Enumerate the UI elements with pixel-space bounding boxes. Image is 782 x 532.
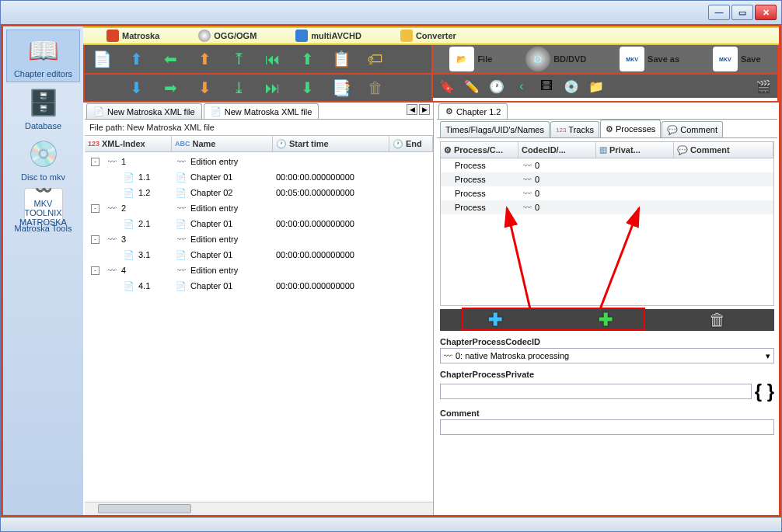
tree-row[interactable]: -〰4〰Edition entry (85, 263, 433, 278)
insert-right-icon[interactable]: ➡ (158, 75, 183, 100)
disc-small-icon[interactable]: 💿 (562, 77, 581, 96)
add-process-green-button[interactable]: ✚ (599, 310, 613, 330)
work-area: 📄New Matroska XML file 📄New Matroska XML… (83, 103, 779, 515)
clock-icon[interactable]: 🕐 (487, 77, 506, 96)
tab-file-2[interactable]: 📄New Matroska XML file (204, 103, 319, 119)
format-menubar: Matroska OGG/OGM multiAVCHD Converter (83, 26, 779, 45)
private-input[interactable] (440, 384, 752, 399)
tree-row[interactable]: -〰2〰Edition entry (85, 200, 433, 216)
trash-icon[interactable]: 🗑 (363, 75, 388, 100)
down-green-icon[interactable]: ⬇ (295, 75, 319, 100)
toolbar-bottom: ⬇ ➡ ⬇ ⤓ ⏭ ⬇ 📑 🗑 (85, 73, 431, 101)
col-start[interactable]: 🕐Start time (273, 136, 389, 151)
tab-prev-button[interactable]: ◀ (407, 104, 417, 115)
clipboard-icon[interactable]: 📋 (329, 47, 354, 71)
process-row[interactable]: Process〰0 (441, 172, 773, 186)
bddvd-button[interactable]: 💿BD/DVD (525, 47, 586, 71)
tag-icon[interactable]: 🏷 (363, 47, 388, 71)
film-icon[interactable]: 🎞 (537, 77, 556, 96)
process-grid-body[interactable]: Process〰0Process〰0Process〰0Process〰0 (440, 158, 774, 306)
num-icon: 123 (88, 140, 99, 148)
col-xml-index[interactable]: 123XML-Index (85, 136, 172, 151)
expander-icon[interactable]: - (91, 204, 99, 213)
tab-next-button[interactable]: ▶ (419, 104, 430, 115)
copy-icon[interactable]: 📑 (329, 75, 354, 100)
maximize-button[interactable]: ▭ (731, 5, 753, 20)
sidebar-item-database[interactable]: 🗄️ Database (6, 82, 80, 134)
content-frame: 📖 Chapter editors 🗄️ Database 💿 Disc to … (1, 24, 781, 517)
tree-row[interactable]: 📄2.1📄Chapter 0100:00:00.000000000 (85, 216, 433, 231)
tree-row[interactable]: -〰3〰Edition entry (85, 231, 433, 247)
subtab-processes[interactable]: ⚙Processes (600, 120, 661, 137)
subtab-comment[interactable]: 💬Comment (662, 121, 723, 137)
sidebar-item-disc-to-mkv[interactable]: 💿 Disc to mkv (6, 134, 80, 185)
expander-icon[interactable]: - (91, 266, 99, 275)
tree-row[interactable]: 📄1.2📄Chapter 0200:05:00.000000000 (85, 185, 433, 200)
disc-icon: 💿 (24, 137, 63, 171)
ogg-icon (198, 30, 211, 42)
tab-chapter[interactable]: ⚙Chapter 1.2 (438, 103, 508, 119)
move-up-icon[interactable]: ⬆ (192, 47, 217, 71)
tree-row[interactable]: 📄3.1📄Chapter 0100:00:00.000000000 (85, 247, 433, 263)
col-private[interactable]: 🔢Privat... (596, 142, 674, 158)
expander-icon[interactable]: - (91, 235, 99, 244)
tree-row[interactable]: -〰1〰Edition entry (85, 154, 433, 169)
horizontal-scrollbar[interactable] (85, 502, 433, 515)
tab-file-1[interactable]: 📄New Matroska XML file (86, 103, 202, 119)
sidebar-item-matroska-tools[interactable]: 〰️ MKV TOOLNIX MATROSKA Matroska Tools (6, 185, 80, 236)
last-icon[interactable]: ⏭ (260, 75, 285, 100)
settings-folder-icon[interactable]: 📁 (587, 77, 606, 96)
col-name[interactable]: ABCName (172, 136, 273, 151)
menu-converter[interactable]: Converter (400, 30, 456, 42)
save-button[interactable]: MKVSave (713, 47, 761, 71)
minimize-button[interactable]: — (708, 5, 730, 20)
close-button[interactable]: ✕ (755, 5, 777, 20)
menu-ogg[interactable]: OGG/OGM (198, 30, 257, 42)
sidebar-item-chapter-editors[interactable]: 📖 Chapter editors (6, 30, 80, 82)
process-row[interactable]: Process〰0 (441, 186, 773, 200)
gear-icon: ⚙ (606, 124, 613, 134)
scrollbar-thumb[interactable] (98, 504, 191, 513)
process-row[interactable]: Process〰0 (441, 158, 773, 172)
sidebar-label: Chapter editors (14, 69, 72, 78)
clapper-icon[interactable]: 🎬 (754, 77, 773, 96)
move-bottom-icon[interactable]: ⤓ (226, 75, 251, 100)
move-top-icon[interactable]: ⤒ (226, 47, 251, 71)
up-green-icon[interactable]: ⬆ (295, 47, 319, 71)
col-end[interactable]: 🕐End (389, 136, 433, 151)
check-icon[interactable]: ‹ (512, 77, 531, 96)
toolbar-left-wrap: 📄 ⬆ ⬅ ⬆ ⤒ ⏮ ⬆ 📋 🏷 ⬇ ➡ ⬇ (83, 45, 433, 103)
xml-icon[interactable]: 📄 (89, 47, 114, 71)
chapter-icon: 📄 (123, 280, 135, 292)
insert-left-icon[interactable]: ⬅ (158, 47, 183, 71)
expander-icon[interactable]: - (91, 158, 99, 166)
delete-process-button[interactable]: 🗑 (709, 310, 726, 330)
menu-multiavchd[interactable]: multiAVCHD (295, 30, 361, 42)
menu-matroska[interactable]: Matroska (106, 30, 159, 42)
braces-icon[interactable]: { } (755, 381, 774, 402)
edit-icon[interactable]: ✏️ (463, 77, 481, 96)
move-down-icon[interactable]: ⬇ (192, 75, 217, 100)
col-codecid[interactable]: CodecID/... (518, 142, 596, 158)
save-as-button[interactable]: MKVSave as (620, 47, 679, 71)
col-process[interactable]: ⚙Process/C... (441, 142, 518, 158)
codecid-dropdown[interactable]: 〰0: native Matroska processing ▾ (440, 348, 774, 363)
abc-icon: ABC (175, 140, 190, 148)
app-window: — ▭ ✕ 📖 Chapter editors 🗄️ Database 💿 Di… (0, 0, 782, 532)
insert-down-icon[interactable]: ⬇ (124, 75, 148, 100)
first-icon[interactable]: ⏮ (260, 47, 285, 71)
tree-row[interactable]: 📄4.1📄Chapter 0100:00:00.000000000 (85, 278, 433, 294)
subtab-tracks[interactable]: 123Tracks (550, 121, 599, 137)
col-comment[interactable]: 💬Comment (674, 142, 773, 158)
status-bar (1, 517, 781, 531)
file-button[interactable]: 📂File (449, 47, 492, 71)
code-icon: 〰 (523, 161, 532, 170)
tree-row[interactable]: 📄1.1📄Chapter 0100:00:00.000000000 (85, 169, 433, 185)
process-row[interactable]: Process〰0 (441, 200, 773, 214)
bookmark-icon[interactable]: 🔖 (438, 77, 456, 96)
insert-up-icon[interactable]: ⬆ (124, 47, 148, 71)
chapter-tree[interactable]: -〰1〰Edition entry📄1.1📄Chapter 0100:00:00… (85, 152, 433, 502)
subtab-times[interactable]: Times/Flags/UID's/Names (440, 121, 550, 137)
comment-input[interactable] (440, 419, 774, 435)
add-process-blue-button[interactable]: ✚ (488, 310, 502, 330)
